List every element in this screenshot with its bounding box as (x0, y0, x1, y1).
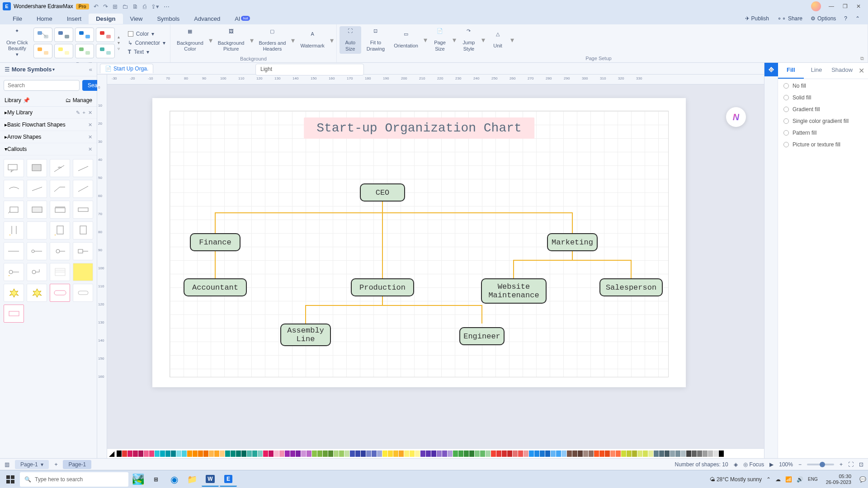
color-swatch[interactable] (507, 450, 512, 457)
watermark-button[interactable]: AWatermark (297, 29, 328, 51)
theme-style-8[interactable] (96, 44, 115, 58)
color-swatch[interactable] (561, 450, 566, 457)
color-swatch[interactable] (692, 450, 697, 457)
tab-shadow[interactable]: Shadow (829, 63, 855, 79)
user-avatar[interactable] (811, 1, 821, 11)
connector-dropdown[interactable]: ↳Connector ▾ (126, 39, 167, 47)
color-swatch[interactable] (350, 450, 355, 457)
layers-icon[interactable]: ◈ (734, 461, 738, 468)
callout-shape[interactable] (73, 180, 93, 198)
color-swatch[interactable] (355, 450, 360, 457)
color-swatch[interactable] (279, 450, 284, 457)
node-salesperson[interactable]: Salesperson (599, 278, 663, 296)
color-swatch[interactable] (654, 450, 659, 457)
callout-shape-pill[interactable] (50, 284, 70, 302)
library-header[interactable]: Library 📌 (5, 97, 30, 103)
color-swatch[interactable] (448, 450, 453, 457)
color-swatch[interactable] (540, 450, 545, 457)
zoom-in-button[interactable]: + (840, 461, 843, 468)
node-ceo[interactable]: CEO (360, 183, 405, 202)
color-swatch[interactable] (659, 450, 664, 457)
page-setup-launcher[interactable]: ⧉ (860, 56, 864, 61)
category-my-library[interactable]: ▸ My Library✎+✕ (0, 107, 97, 119)
close-icon[interactable]: ✕ (88, 110, 92, 116)
callout-shape[interactable] (27, 263, 47, 281)
page-select[interactable]: Page-1 ▾ (15, 460, 49, 469)
color-swatch[interactable] (301, 450, 306, 457)
color-swatch[interactable] (675, 450, 680, 457)
color-swatch[interactable] (534, 450, 539, 457)
callout-shape[interactable] (4, 263, 24, 281)
color-swatch[interactable] (594, 450, 599, 457)
color-swatch[interactable] (480, 450, 485, 457)
color-swatch[interactable] (198, 450, 203, 457)
color-swatch[interactable] (274, 450, 279, 457)
color-swatch[interactable] (220, 450, 225, 457)
taskbar-word[interactable]: W (202, 472, 219, 487)
add-page-button[interactable]: + (54, 461, 57, 468)
color-swatch[interactable] (437, 450, 442, 457)
color-swatch[interactable] (605, 450, 610, 457)
color-swatch[interactable] (524, 450, 528, 457)
fill-option-single-gradient[interactable]: Single color gradient fill (783, 118, 863, 124)
callout-shape[interactable] (27, 159, 47, 177)
publish-button[interactable]: ✈Publish (745, 15, 769, 22)
color-swatch[interactable] (589, 450, 594, 457)
color-swatch[interactable] (122, 450, 127, 457)
fill-option-no-fill[interactable]: No fill (783, 83, 863, 89)
color-swatch[interactable] (388, 450, 393, 457)
callout-shape[interactable] (73, 159, 93, 177)
close-icon[interactable]: ✕ (88, 146, 92, 152)
fullscreen-button[interactable]: ⊡ (859, 461, 863, 468)
color-swatch[interactable] (258, 450, 263, 457)
color-swatch[interactable] (307, 450, 311, 457)
close-panel-button[interactable]: ✕ (855, 63, 868, 79)
callout-shape[interactable] (4, 180, 24, 198)
callout-shape[interactable] (27, 242, 47, 260)
theme-style-6[interactable] (54, 44, 73, 58)
language-indicator[interactable]: ENG (808, 477, 818, 482)
color-swatch[interactable] (496, 450, 501, 457)
color-swatch[interactable] (567, 450, 572, 457)
minimize-button[interactable]: — (825, 3, 838, 9)
eyedropper-icon[interactable]: ◢ (109, 449, 114, 458)
color-swatch[interactable] (214, 450, 219, 457)
color-swatch[interactable] (556, 450, 561, 457)
color-swatch[interactable] (247, 450, 252, 457)
color-swatch[interactable] (464, 450, 469, 457)
color-swatch[interactable] (171, 450, 176, 457)
one-click-beautify-button[interactable]: ✦ One Click Beautify▾ (3, 26, 32, 60)
color-swatch[interactable] (637, 450, 642, 457)
theme-style-5[interactable] (33, 44, 52, 58)
color-swatch[interactable] (138, 450, 143, 457)
color-swatch[interactable] (616, 450, 621, 457)
category-basic-flowchart[interactable]: ▸ Basic Flowchart Shapes✕ (0, 119, 97, 131)
tab-line[interactable]: Line (804, 63, 830, 79)
notifications-icon[interactable]: 💬 (859, 476, 866, 483)
redo-button[interactable]: ↷ (103, 3, 108, 10)
menu-home[interactable]: Home (29, 14, 60, 24)
callout-shape[interactable] (4, 305, 24, 323)
callout-shape-sticky[interactable] (73, 263, 93, 281)
close-icon[interactable]: ✕ (88, 134, 92, 140)
category-callouts[interactable]: ▾ Callouts✕ (0, 143, 97, 155)
fit-to-drawing-button[interactable]: ⊡Fit to Drawing (363, 26, 388, 53)
theme-light-input[interactable]: Light (255, 64, 364, 75)
undo-button[interactable]: ↶ (94, 3, 99, 10)
color-swatch[interactable] (393, 450, 398, 457)
background-picture-button[interactable]: 🖼Background Picture (214, 27, 248, 54)
color-swatch[interactable] (165, 450, 170, 457)
color-swatch[interactable] (648, 450, 653, 457)
fill-option-pattern[interactable]: Pattern fill (783, 130, 863, 136)
start-button[interactable] (2, 472, 19, 487)
node-engineer[interactable]: Engineer (459, 327, 505, 345)
export-button[interactable]: ⇪▾ (151, 3, 159, 10)
theme-style-2[interactable] (54, 28, 73, 42)
theme-expand[interactable]: ▿ (118, 46, 120, 51)
color-swatch[interactable] (599, 450, 604, 457)
help-button[interactable]: ? (844, 15, 847, 22)
share-button[interactable]: ⚬⚬Share (777, 15, 802, 22)
callout-shape[interactable] (50, 221, 70, 239)
callout-shape[interactable] (73, 221, 93, 239)
taskbar-landscape-icon[interactable]: 🏞️ (129, 472, 146, 487)
